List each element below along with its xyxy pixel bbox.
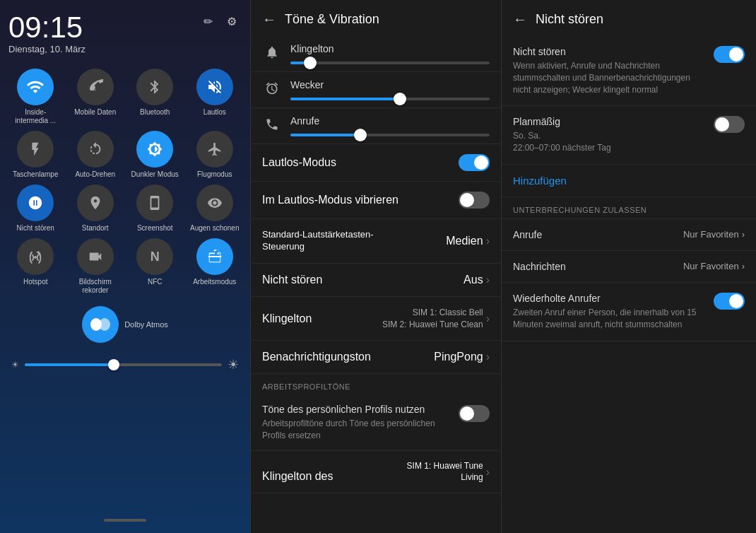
qs-tile-flight[interactable]: Flugmodus — [188, 131, 242, 179]
qs-tile-screenshot[interactable]: Screenshot — [128, 184, 182, 233]
anrufe-slider[interactable] — [290, 134, 490, 136]
benachrichtigungston-value: PingPong — [434, 351, 483, 363]
tones-back-arrow[interactable]: ← — [262, 11, 276, 28]
nicht-stoeren-tones-label: Nicht stören — [262, 274, 322, 286]
dnd-nachrichten-value: Nur Favoriten › — [683, 261, 745, 271]
screenshot-icon — [136, 184, 173, 221]
hinzufuegen-btn[interactable]: Hinzufügen — [502, 165, 756, 197]
dnd-main-text: Nicht stören Wenn aktiviert, Anrufe und … — [513, 46, 705, 95]
qs-tile-rotate[interactable]: Auto-Drehen — [69, 131, 123, 179]
qs-tile-eye[interactable]: Augen schonen — [188, 184, 242, 233]
dnd-panel: ← Nicht stören Nicht stören Wenn aktivie… — [502, 0, 756, 533]
qs-tile-bluetooth[interactable]: Bluetooth — [128, 69, 182, 125]
qs-tile-location[interactable]: Standort — [69, 184, 123, 233]
swipe-bar — [104, 519, 146, 522]
bluetooth-label: Bluetooth — [140, 108, 170, 117]
arbeitsprofiltone-section: ARBEITSPROFILTÖNE — [251, 374, 501, 395]
svg-rect-1 — [208, 256, 221, 257]
persoenlich-profil-toggle[interactable] — [459, 405, 490, 422]
lautlos-vibrieren-row: Im Lautlos-Modus vibrieren — [251, 182, 501, 219]
eye-icon — [196, 184, 233, 221]
lautlos-modus-label: Lautlos-Modus — [262, 156, 336, 169]
wiederholte-toggle[interactable] — [714, 293, 745, 310]
klingelton-des-row[interactable]: Klingelton des SIM 1: Huawei Tune Living… — [251, 451, 501, 493]
silent-label: Lautlos — [203, 108, 226, 117]
dnd-back-arrow[interactable]: ← — [513, 11, 527, 28]
standard-lautstaerke-label: Standard-Lautstärketasten-Steuerung — [262, 229, 403, 253]
klingelton-slider[interactable] — [290, 62, 490, 64]
svg-text:↑↓: ↑↓ — [90, 85, 97, 92]
klingelton-content: Klingelton — [290, 43, 490, 64]
dolby-icon — [82, 306, 119, 343]
nfc-label: NFC — [148, 278, 163, 286]
tones-header: ← Töne & Vibration — [251, 0, 501, 36]
brightness-slider[interactable] — [25, 363, 222, 366]
wiederholte-anrufer-row: Wiederholte Anrufer Zweiten Anruf einer … — [502, 283, 756, 341]
persoenlich-profil-sub: Arbeitsprofiltöne durch Töne des persönl… — [262, 418, 459, 442]
lautlos-modus-toggle[interactable] — [459, 154, 490, 171]
swipe-bar-area — [8, 512, 242, 522]
dark-label: Dunkler Modus — [131, 170, 179, 179]
anrufe-slider-row: Anrufe — [251, 108, 501, 144]
dnd-title: Nicht stören — [536, 12, 603, 27]
nicht-stoeren-tones-row[interactable]: Nicht stören Aus › — [251, 264, 501, 297]
dnd-main-toggle[interactable] — [714, 46, 745, 63]
dnd-main-sub: Wenn aktiviert, Anrufe und Nachrichten s… — [513, 60, 705, 95]
klingelton-sim-row[interactable]: Klingelton SIM 1: Classic Bell SIM 2: Hu… — [251, 297, 501, 341]
klingelton-label: Klingelton — [290, 43, 490, 54]
qs-tile-hotspot[interactable]: Hotspot — [8, 238, 63, 295]
edit-icon[interactable]: ✏ — [198, 11, 218, 31]
qs-tile-torch[interactable]: Taschenlampe — [8, 131, 63, 179]
planmaessig-toggle[interactable] — [714, 116, 745, 133]
klingelton-row: Klingelton — [251, 36, 501, 72]
dnd-label: Nicht stören — [17, 224, 54, 233]
qs-tile-workmode[interactable]: Arbeitsmodus — [188, 238, 242, 295]
alarm-icon — [262, 81, 282, 99]
klingelton-des-chevron: › — [486, 466, 490, 479]
screenrec-icon — [77, 238, 114, 275]
klingelton-sim-chevron: › — [486, 312, 490, 325]
location-icon — [77, 184, 114, 221]
qs-tile-wifi[interactable]: Inside-intermedia ... — [8, 69, 63, 125]
klingelton-des-label: Klingelton des — [262, 470, 333, 483]
wifi-icon — [17, 69, 54, 105]
lautlos-vibrieren-toggle[interactable] — [459, 192, 490, 209]
rotate-icon — [77, 131, 114, 168]
qs-tile-dnd[interactable]: Nicht stören — [8, 184, 63, 233]
torch-label: Taschenlampe — [13, 170, 58, 179]
bluetooth-icon — [136, 69, 173, 105]
qs-tile-screenrec[interactable]: Bildschirm rekorder — [69, 238, 123, 295]
dark-mode-icon — [136, 131, 173, 168]
torch-icon — [17, 131, 54, 168]
wiederholte-title: Wiederholte Anrufer — [513, 293, 705, 304]
benachrichtigungston-label: Benachrichtigungston — [262, 351, 371, 363]
dnd-anrufe-row[interactable]: Anrufe Nur Favoriten › — [502, 219, 756, 251]
dnd-anrufe-chevron: › — [742, 229, 745, 240]
hotspot-icon — [17, 238, 54, 275]
benachrichtigungston-row[interactable]: Benachrichtigungston PingPong › — [251, 341, 501, 374]
dnd-anrufe-value: Nur Favoriten › — [683, 229, 745, 240]
qs-tile-mobile[interactable]: ↑↓ Mobile Daten — [69, 69, 123, 125]
planmaessig-sub: So. Sa. 22:00–07:00 nächster Tag — [513, 130, 705, 154]
qs-tile-dolby[interactable]: Dolby Atmos — [8, 305, 242, 348]
qs-tile-nfc[interactable]: N NFC — [128, 238, 182, 295]
standard-lautstaerke-row[interactable]: Standard-Lautstärketasten-Steuerung Medi… — [251, 219, 501, 264]
wecker-row: Wecker — [251, 72, 501, 108]
benachrichtigungston-chevron: › — [486, 351, 490, 363]
dnd-anrufe-label: Anrufe — [513, 229, 542, 240]
qs-time: 09:15 — [8, 11, 85, 44]
nicht-stoeren-chevron: › — [486, 274, 490, 286]
gear-icon[interactable]: ⚙ — [222, 11, 242, 31]
anrufe-label: Anrufe — [290, 115, 490, 127]
dnd-main-title: Nicht stören — [513, 46, 705, 57]
qs-tile-silent[interactable]: Lautlos — [188, 69, 242, 125]
rotate-label: Auto-Drehen — [75, 170, 115, 179]
flight-label: Flugmodus — [197, 170, 232, 179]
dnd-nachrichten-row[interactable]: Nachrichten Nur Favoriten › — [502, 251, 756, 283]
qs-tile-dark[interactable]: Dunkler Modus — [128, 131, 182, 179]
bell-icon — [262, 45, 282, 63]
quick-settings-panel: 09:15 Dienstag, 10. März ✏ ⚙ Inside-inte… — [0, 0, 251, 533]
dnd-icon — [17, 184, 54, 221]
tones-panel: ← Töne & Vibration Klingelton Wecker — [251, 0, 502, 533]
wecker-slider[interactable] — [290, 98, 490, 100]
